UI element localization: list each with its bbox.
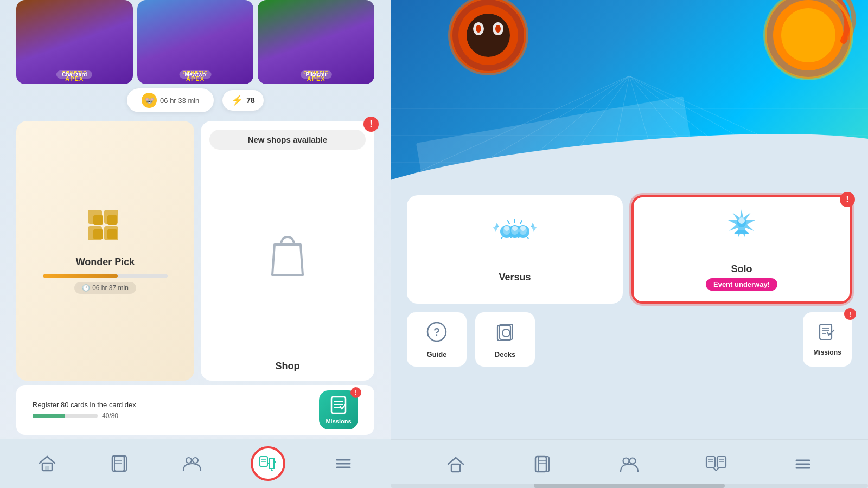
new-shops-label: New shops available <box>209 130 366 150</box>
left-bottom-nav <box>0 439 391 488</box>
decks-icon <box>494 321 516 347</box>
right-nav-home[interactable] <box>442 450 470 478</box>
guide-label: Guide <box>427 350 447 358</box>
wonder-pick-title: Wonder Pick <box>76 256 135 268</box>
right-nav-cards[interactable] <box>528 450 557 478</box>
missions-utility-notification: ! <box>844 308 856 320</box>
nav-friends[interactable] <box>178 450 206 478</box>
missions-utility-icon <box>818 323 837 346</box>
right-panel: Versus ! Solo <box>391 0 868 488</box>
svg-rect-5 <box>107 215 117 225</box>
fireball-left <box>445 0 532 79</box>
wonder-progress-fill <box>43 274 118 278</box>
svg-point-80 <box>630 458 636 464</box>
nav-battle-active[interactable] <box>251 446 285 481</box>
versus-icon <box>490 216 539 267</box>
shop-notification-badge: ! <box>363 117 379 132</box>
pikachu-timer-icon: 🐭 <box>142 93 157 108</box>
right-menu-icon <box>789 450 817 478</box>
svg-rect-84 <box>717 457 726 467</box>
decks-card[interactable]: Decks <box>475 312 535 367</box>
scroll-thumb <box>534 484 725 488</box>
shop-bag-icon <box>266 150 309 361</box>
card-mewtwo[interactable]: GENETIC APEX Mewtwo <box>137 0 254 84</box>
missions-progress-bar <box>33 414 98 418</box>
right-nav-friends[interactable] <box>615 450 643 478</box>
svg-rect-6 <box>93 229 103 239</box>
svg-point-58 <box>520 226 526 231</box>
middle-section: Wonder Pick 🕐 06 hr 37 min ! New shops a… <box>0 117 391 385</box>
timer-row: 🐭 06 hr 33 min ⚡ 78 <box>0 84 391 117</box>
shop-card[interactable]: ! New shops available Shop <box>201 121 374 381</box>
left-panel: GENETIC APEX Charizard GENETIC APEX Mewt… <box>0 0 391 488</box>
svg-rect-70 <box>820 324 832 339</box>
svg-line-61 <box>508 221 509 224</box>
home-icon <box>33 450 61 478</box>
svg-rect-75 <box>535 457 546 472</box>
right-battle-icon <box>702 450 730 478</box>
mission-text-area: Register 80 cards in the card dex 40/80 <box>33 401 312 420</box>
lightning-icon: ⚡ <box>231 94 243 106</box>
menu-icon <box>329 450 358 478</box>
nav-menu[interactable] <box>329 450 358 478</box>
coin-badge: ⚡ 78 <box>222 90 264 111</box>
solo-title: Solo <box>731 264 752 275</box>
missions-badge-notification: ! <box>350 387 361 398</box>
scroll-indicator <box>391 484 868 488</box>
nav-home[interactable] <box>33 450 61 478</box>
right-cards-icon <box>528 450 557 478</box>
solo-icon <box>717 208 766 259</box>
svg-rect-76 <box>538 457 549 472</box>
decks-label: Decks <box>495 350 515 358</box>
svg-point-69 <box>502 329 510 337</box>
nav-cards[interactable] <box>105 450 133 478</box>
solo-card[interactable]: ! Solo Event underway! <box>631 195 852 304</box>
card-pikachu[interactable]: GENETIC APEX Pikachu <box>258 0 374 84</box>
svg-point-64 <box>738 217 745 224</box>
missions-badge-icon <box>329 396 348 418</box>
svg-point-41 <box>467 14 510 57</box>
event-underway-badge: Event underway! <box>706 278 777 291</box>
wonder-pick-timer: 🕐 06 hr 37 min <box>74 282 136 294</box>
svg-point-79 <box>623 458 629 464</box>
wonder-pick-card[interactable]: Wonder Pick 🕐 06 hr 37 min <box>16 121 194 381</box>
timer-text: 06 hr 33 min <box>160 97 199 105</box>
fireball-right <box>760 0 857 84</box>
svg-rect-13 <box>45 466 49 471</box>
svg-point-59 <box>512 226 518 231</box>
svg-point-57 <box>504 226 509 231</box>
wonder-timer-text: 06 hr 37 min <box>92 284 129 292</box>
battle-row: Versus ! Solo <box>407 195 852 304</box>
missions-progress-fill <box>33 414 65 418</box>
svg-rect-7 <box>107 229 117 239</box>
game-menu: Versus ! Solo <box>391 184 868 439</box>
svg-point-45 <box>495 25 501 33</box>
svg-point-49 <box>781 8 835 62</box>
progress-bar-container: 40/80 <box>33 412 312 420</box>
wonder-pick-icon <box>86 208 125 252</box>
svg-point-18 <box>186 458 192 463</box>
utility-row: ? Guide Decks ! <box>407 312 852 367</box>
svg-line-62 <box>520 221 522 224</box>
cards-icon <box>105 450 133 478</box>
missions-badge-label: Missions <box>326 418 351 425</box>
wonder-progress-bar <box>43 274 168 278</box>
top-cards-area: GENETIC APEX Charizard GENETIC APEX Mewt… <box>0 0 391 84</box>
guide-card[interactable]: ? Guide <box>407 312 467 367</box>
pikachu-badge: Pikachu <box>300 70 331 79</box>
guide-icon: ? <box>426 321 448 347</box>
right-nav-battle[interactable] <box>702 450 730 478</box>
versus-card[interactable]: Versus <box>407 195 623 304</box>
svg-point-44 <box>476 25 481 33</box>
right-nav-menu[interactable] <box>789 450 817 478</box>
right-home-icon <box>442 450 470 478</box>
solo-notification-badge: ! <box>840 192 855 207</box>
mission-title-text: Register 80 cards in the card dex <box>33 401 312 409</box>
card-charizard[interactable]: GENETIC APEX Charizard <box>16 0 133 84</box>
svg-rect-81 <box>706 457 715 467</box>
missions-utility-card[interactable]: ! Missions <box>803 312 852 367</box>
active-nav-circle <box>251 446 285 481</box>
missions-utility-label: Missions <box>813 349 841 356</box>
missions-badge[interactable]: ! Missions <box>319 390 358 429</box>
clock-icon: 🕐 <box>82 284 90 292</box>
